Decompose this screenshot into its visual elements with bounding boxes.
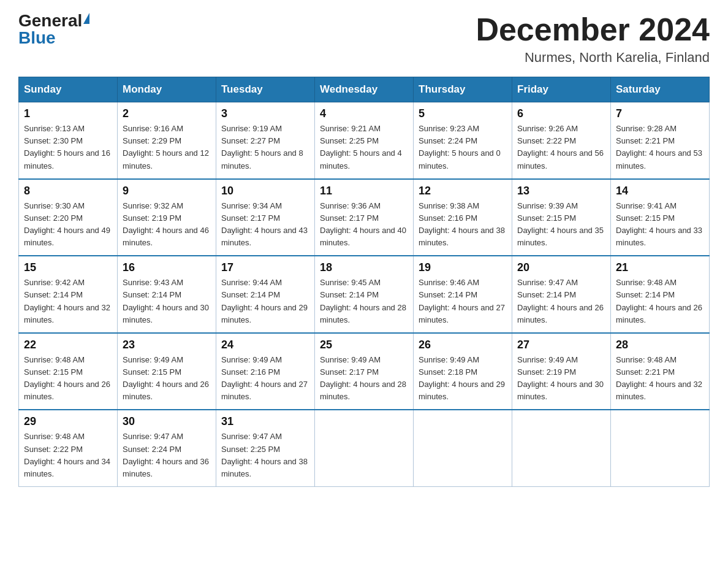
table-row: 6 Sunrise: 9:26 AMSunset: 2:22 PMDayligh…: [512, 102, 611, 179]
table-row: 16 Sunrise: 9:43 AMSunset: 2:14 PMDaylig…: [118, 256, 216, 333]
table-row: 8 Sunrise: 9:30 AMSunset: 2:20 PMDayligh…: [19, 179, 118, 256]
col-wednesday: Wednesday: [315, 77, 414, 102]
day-info: Sunrise: 9:48 AMSunset: 2:21 PMDaylight:…: [616, 355, 702, 401]
table-row: 5 Sunrise: 9:23 AMSunset: 2:24 PMDayligh…: [414, 102, 512, 179]
day-number: 19: [419, 261, 507, 274]
calendar-week-row: 15 Sunrise: 9:42 AMSunset: 2:14 PMDaylig…: [19, 256, 710, 333]
table-row: 1 Sunrise: 9:13 AMSunset: 2:30 PMDayligh…: [19, 102, 118, 179]
day-number: 8: [24, 185, 112, 197]
day-number: 17: [221, 261, 309, 274]
day-info: Sunrise: 9:49 AMSunset: 2:19 PMDaylight:…: [517, 355, 604, 401]
table-row: 18 Sunrise: 9:45 AMSunset: 2:14 PMDaylig…: [315, 256, 414, 333]
day-number: 24: [221, 339, 309, 351]
col-saturday: Saturday: [611, 77, 710, 102]
day-number: 20: [517, 261, 605, 274]
calendar-week-row: 22 Sunrise: 9:48 AMSunset: 2:15 PMDaylig…: [19, 333, 710, 410]
table-row: 29 Sunrise: 9:48 AMSunset: 2:22 PMDaylig…: [19, 410, 118, 486]
day-number: 27: [517, 339, 605, 351]
day-info: Sunrise: 9:42 AMSunset: 2:14 PMDaylight:…: [24, 278, 110, 324]
location-title: Nurmes, North Karelia, Finland: [476, 50, 710, 66]
table-row: 7 Sunrise: 9:28 AMSunset: 2:21 PMDayligh…: [611, 102, 710, 179]
table-row: [512, 410, 611, 486]
table-row: [414, 410, 512, 486]
day-number: 5: [419, 107, 507, 120]
day-number: 2: [123, 107, 211, 120]
day-number: 26: [419, 339, 507, 351]
day-info: Sunrise: 9:30 AMSunset: 2:20 PMDaylight:…: [24, 201, 110, 247]
logo-general-text: General: [18, 12, 82, 29]
table-row: 24 Sunrise: 9:49 AMSunset: 2:16 PMDaylig…: [216, 333, 315, 410]
day-number: 4: [320, 107, 408, 120]
table-row: 15 Sunrise: 9:42 AMSunset: 2:14 PMDaylig…: [19, 256, 118, 333]
day-number: 3: [221, 107, 309, 120]
day-info: Sunrise: 9:45 AMSunset: 2:14 PMDaylight:…: [320, 278, 406, 324]
table-row: 19 Sunrise: 9:46 AMSunset: 2:14 PMDaylig…: [414, 256, 512, 333]
calendar-table: Sunday Monday Tuesday Wednesday Thursday…: [18, 77, 710, 487]
table-row: 12 Sunrise: 9:38 AMSunset: 2:16 PMDaylig…: [414, 179, 512, 256]
col-friday: Friday: [512, 77, 611, 102]
day-number: 6: [517, 107, 605, 120]
day-number: 14: [616, 185, 704, 197]
table-row: 2 Sunrise: 9:16 AMSunset: 2:29 PMDayligh…: [118, 102, 216, 179]
table-row: 4 Sunrise: 9:21 AMSunset: 2:25 PMDayligh…: [315, 102, 414, 179]
logo-blue-text: Blue: [18, 29, 56, 47]
table-row: 20 Sunrise: 9:47 AMSunset: 2:14 PMDaylig…: [512, 256, 611, 333]
logo: General Blue: [18, 12, 89, 47]
day-number: 23: [123, 339, 211, 351]
title-block: December 2024 Nurmes, North Karelia, Fin…: [476, 12, 710, 66]
day-number: 31: [221, 415, 309, 428]
col-tuesday: Tuesday: [216, 77, 315, 102]
day-info: Sunrise: 9:34 AMSunset: 2:17 PMDaylight:…: [221, 201, 308, 247]
table-row: 14 Sunrise: 9:41 AMSunset: 2:15 PMDaylig…: [611, 179, 710, 256]
day-info: Sunrise: 9:47 AMSunset: 2:25 PMDaylight:…: [221, 432, 308, 478]
table-row: 27 Sunrise: 9:49 AMSunset: 2:19 PMDaylig…: [512, 333, 611, 410]
day-info: Sunrise: 9:49 AMSunset: 2:18 PMDaylight:…: [419, 355, 505, 401]
day-number: 13: [517, 185, 605, 197]
day-number: 28: [616, 339, 704, 351]
day-info: Sunrise: 9:47 AMSunset: 2:24 PMDaylight:…: [123, 432, 209, 478]
table-row: 23 Sunrise: 9:49 AMSunset: 2:15 PMDaylig…: [118, 333, 216, 410]
month-title: December 2024: [476, 12, 710, 47]
calendar-week-row: 8 Sunrise: 9:30 AMSunset: 2:20 PMDayligh…: [19, 179, 710, 256]
day-info: Sunrise: 9:13 AMSunset: 2:30 PMDaylight:…: [24, 124, 110, 170]
day-number: 29: [24, 415, 112, 428]
day-number: 9: [123, 185, 211, 197]
calendar-week-row: 1 Sunrise: 9:13 AMSunset: 2:30 PMDayligh…: [19, 102, 710, 179]
table-row: 22 Sunrise: 9:48 AMSunset: 2:15 PMDaylig…: [19, 333, 118, 410]
day-info: Sunrise: 9:39 AMSunset: 2:15 PMDaylight:…: [517, 201, 604, 247]
table-row: 17 Sunrise: 9:44 AMSunset: 2:14 PMDaylig…: [216, 256, 315, 333]
day-number: 15: [24, 261, 112, 274]
table-row: [315, 410, 414, 486]
day-number: 7: [616, 107, 704, 120]
day-info: Sunrise: 9:32 AMSunset: 2:19 PMDaylight:…: [123, 201, 209, 247]
day-number: 1: [24, 107, 112, 120]
day-info: Sunrise: 9:28 AMSunset: 2:21 PMDaylight:…: [616, 124, 702, 170]
day-info: Sunrise: 9:41 AMSunset: 2:15 PMDaylight:…: [616, 201, 702, 247]
day-number: 10: [221, 185, 309, 197]
day-info: Sunrise: 9:43 AMSunset: 2:14 PMDaylight:…: [123, 278, 209, 324]
day-number: 21: [616, 261, 704, 274]
table-row: 25 Sunrise: 9:49 AMSunset: 2:17 PMDaylig…: [315, 333, 414, 410]
col-sunday: Sunday: [19, 77, 118, 102]
day-info: Sunrise: 9:47 AMSunset: 2:14 PMDaylight:…: [517, 278, 604, 324]
day-number: 16: [123, 261, 211, 274]
day-info: Sunrise: 9:19 AMSunset: 2:27 PMDaylight:…: [221, 124, 303, 170]
day-info: Sunrise: 9:44 AMSunset: 2:14 PMDaylight:…: [221, 278, 308, 324]
day-info: Sunrise: 9:26 AMSunset: 2:22 PMDaylight:…: [517, 124, 604, 170]
day-info: Sunrise: 9:46 AMSunset: 2:14 PMDaylight:…: [419, 278, 505, 324]
day-info: Sunrise: 9:38 AMSunset: 2:16 PMDaylight:…: [419, 201, 505, 247]
table-row: [611, 410, 710, 486]
table-row: 11 Sunrise: 9:36 AMSunset: 2:17 PMDaylig…: [315, 179, 414, 256]
day-info: Sunrise: 9:16 AMSunset: 2:29 PMDaylight:…: [123, 124, 209, 170]
page-header: General Blue December 2024 Nurmes, North…: [18, 12, 710, 66]
calendar-week-row: 29 Sunrise: 9:48 AMSunset: 2:22 PMDaylig…: [19, 410, 710, 486]
day-number: 11: [320, 185, 408, 197]
table-row: 28 Sunrise: 9:48 AMSunset: 2:21 PMDaylig…: [611, 333, 710, 410]
table-row: 10 Sunrise: 9:34 AMSunset: 2:17 PMDaylig…: [216, 179, 315, 256]
table-row: 3 Sunrise: 9:19 AMSunset: 2:27 PMDayligh…: [216, 102, 315, 179]
col-monday: Monday: [118, 77, 216, 102]
day-info: Sunrise: 9:36 AMSunset: 2:17 PMDaylight:…: [320, 201, 406, 247]
calendar-header-row: Sunday Monday Tuesday Wednesday Thursday…: [19, 77, 710, 102]
day-info: Sunrise: 9:49 AMSunset: 2:17 PMDaylight:…: [320, 355, 406, 401]
day-info: Sunrise: 9:48 AMSunset: 2:15 PMDaylight:…: [24, 355, 110, 401]
